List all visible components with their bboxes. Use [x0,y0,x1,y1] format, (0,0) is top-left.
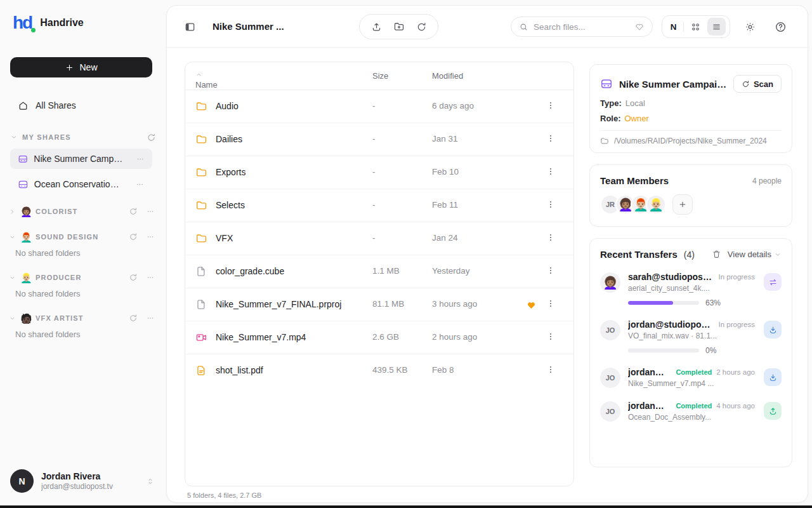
row-menu-icon[interactable] [546,232,556,243]
new-button[interactable]: New [10,57,152,77]
team-count: 4 people [752,177,782,185]
refresh-icon [742,80,750,88]
share-type-row: Type:Local [600,98,782,108]
file-row[interactable]: Dailies - Jan 31 [185,123,573,156]
main-panel: Nike Summer ... N [166,5,808,503]
page-title: Nike Summer ... [213,21,284,32]
drive-icon [18,179,29,190]
user-name: Jordan Rivera [41,471,138,481]
file-row[interactable]: Nike_Summer_v7.mp4 2.6 GB 2 hours ago [185,321,573,354]
sidebar-item-all-shares[interactable]: All Shares [10,97,152,114]
files-table-header: Name Size Modified [185,62,573,90]
avatar[interactable]: 👱🏼‍♂️ [646,194,666,215]
transfer-item[interactable]: JO jordan@st... Completed 4 hours ago Oc… [600,401,782,422]
refresh-button[interactable] [411,17,431,37]
column-header-modified[interactable]: Modified [432,71,463,81]
row-menu-icon[interactable] [546,331,556,342]
more-icon[interactable] [146,314,155,323]
row-menu-icon[interactable] [546,166,556,177]
column-header-size[interactable]: Size [372,71,388,81]
row-menu-icon[interactable] [546,100,556,110]
file-row[interactable]: Exports - Feb 10 [185,156,573,189]
folder-icon [195,133,207,145]
file-row[interactable]: VFX - Jan 24 [185,222,573,255]
file-row[interactable]: shot_list.pdf 439.5 KB Feb 8 [185,354,573,387]
share-info-card: Nike Summer Campaign Scan Type:Local Rol… [589,64,792,153]
share-path-row: /Volumes/RAID/Projects/Nike_Summer_2024 [600,137,782,145]
more-icon[interactable] [146,273,155,282]
row-menu-icon[interactable] [546,199,556,210]
column-header-name[interactable]: Name [195,71,202,78]
download-action-button[interactable] [764,321,782,338]
file-row[interactable]: Selects - Feb 11 [185,189,573,222]
workspace-initial[interactable]: N [666,22,681,32]
more-icon[interactable] [136,154,145,164]
search-input[interactable] [534,22,629,32]
sound-design-avatar: 👨🏼‍🦰 [20,232,31,242]
view-switcher: N [662,15,730,38]
refresh-icon[interactable] [129,314,138,323]
sidebar-item-ocean-conservation[interactable]: Ocean Conservation ... [10,174,152,194]
sidebar-group-vfx-artist[interactable]: 🧑🏿 VFX ARTIST [9,310,155,326]
sync-action-button[interactable] [764,273,782,291]
trash-icon[interactable] [712,250,721,259]
row-menu-icon[interactable] [546,298,556,309]
producer-avatar: 👱🏼‍♂️ [20,273,31,283]
user-menu[interactable]: N Jordan Rivera jordan@studiopost.tv [10,469,155,493]
scan-button[interactable]: Scan [733,75,782,93]
folder-icon [195,232,207,244]
share-path: /Volumes/RAID/Projects/Nike_Summer_2024 [614,137,767,145]
sidebar-group-colorist[interactable]: 👩🏽‍🦱 COLORIST [9,203,155,220]
upload-button[interactable] [366,17,386,37]
add-member-button[interactable] [672,194,693,215]
view-details-button[interactable]: View details [728,250,782,259]
sort-asc-icon [195,71,202,78]
row-menu-icon[interactable] [546,364,556,375]
chevron-down-icon [774,251,782,258]
topbar: Nike Summer ... N [167,6,808,48]
grid-view-button[interactable] [686,18,705,36]
transfer-item[interactable]: JO jordan@studiopost.tv In progress VO_f… [600,319,782,355]
refresh-icon[interactable] [129,273,138,282]
logo-mark: hd [13,14,32,32]
list-icon [711,22,722,32]
refresh-icon[interactable] [129,207,138,216]
plus-icon [65,63,74,72]
row-menu-icon[interactable] [546,265,556,276]
upload-icon [768,406,778,416]
sidebar-toggle-button[interactable] [180,17,200,37]
favorites-filter-icon[interactable] [634,22,645,32]
download-action-button[interactable] [764,368,782,386]
file-row[interactable]: Nike_Summer_v7_FINAL.prproj 81.1 MB 3 ho… [185,288,573,321]
file-icon [195,298,207,311]
sidebar-group-producer[interactable]: 👱🏼‍♂️ PRODUCER [9,269,155,286]
help-button[interactable] [770,17,790,37]
folder-icon [600,137,609,145]
file-row[interactable]: color_grade.cube 1.1 MB Yesterday [185,255,573,288]
theme-toggle-button[interactable] [740,17,760,37]
refresh-icon[interactable] [129,232,138,241]
user-email: jordan@studiopost.tv [41,482,138,491]
upload-action-button[interactable] [764,402,782,420]
recent-transfers-card: Recent Transfers (4) View details 👩🏽‍🦱 s… [589,238,792,467]
new-folder-button[interactable] [389,17,409,37]
colorist-avatar: 👩🏽‍🦱 [20,207,31,217]
transfer-progress: 0% [628,346,782,355]
more-icon[interactable] [146,207,155,216]
transfer-item[interactable]: 👩🏽‍🦱 sarah@studiopost.tv In progress aer… [600,272,782,307]
file-row[interactable]: Audio - 6 days ago [185,90,573,123]
more-icon[interactable] [135,180,145,189]
grid-icon [690,22,701,32]
favorite-heart-icon[interactable] [526,300,537,311]
transfer-item[interactable]: JO jordan@st... Completed 2 hours ago Ni… [600,367,782,389]
file-icon [195,265,207,277]
share-type-value: Local [625,98,645,108]
my-shares-header[interactable]: MY SHARES [10,130,156,144]
team-members-card: Team Members 4 people JR 👩🏽‍🦱 👨🏼‍🦰 👱🏼‍♂️ [589,164,792,227]
more-icon[interactable] [146,232,155,241]
sidebar-group-sound-design[interactable]: 👨🏼‍🦰 SOUND DESIGN [9,229,155,245]
refresh-icon[interactable] [147,133,156,142]
sidebar-item-nike-summer[interactable]: Nike Summer Campai... [10,149,152,169]
list-view-button[interactable] [707,18,726,36]
row-menu-icon[interactable] [546,133,556,144]
